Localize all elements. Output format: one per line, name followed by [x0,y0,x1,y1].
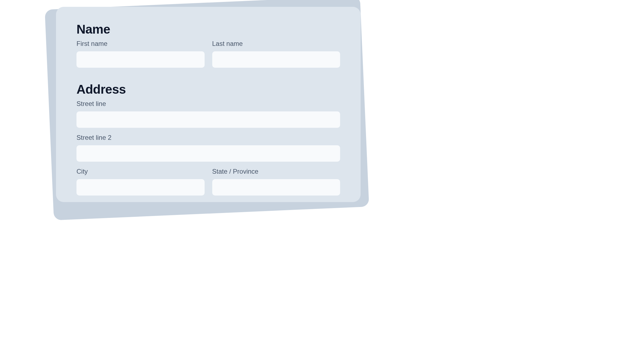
address-section: Address Street line Street line 2 City S… [76,82,340,202]
last-name-group: Last name [212,40,340,68]
form-card: Name First name Last name Address Street… [56,7,361,202]
state-group: State / Province [212,168,340,196]
street1-input[interactable] [76,111,340,128]
state-input[interactable] [212,179,340,196]
city-input[interactable] [76,179,205,196]
street2-input[interactable] [76,145,340,162]
city-state-row: City State / Province [76,168,340,202]
section-title-name: Name [76,22,340,37]
last-name-input[interactable] [212,51,340,68]
name-section: Name First name Last name [76,22,340,74]
street1-group: Street line [76,100,340,128]
city-label: City [76,168,205,175]
street2-group: Street line 2 [76,134,340,162]
street2-label: Street line 2 [76,134,340,141]
first-name-label: First name [76,40,205,48]
section-title-address: Address [76,82,340,97]
form-card-stack: Name First name Last name Address Street… [49,3,366,218]
first-name-group: First name [76,40,205,68]
street1-label: Street line [76,100,340,108]
first-name-input[interactable] [76,51,205,68]
state-label: State / Province [212,168,340,175]
name-row: First name Last name [76,40,340,74]
city-group: City [76,168,205,196]
last-name-label: Last name [212,40,340,48]
